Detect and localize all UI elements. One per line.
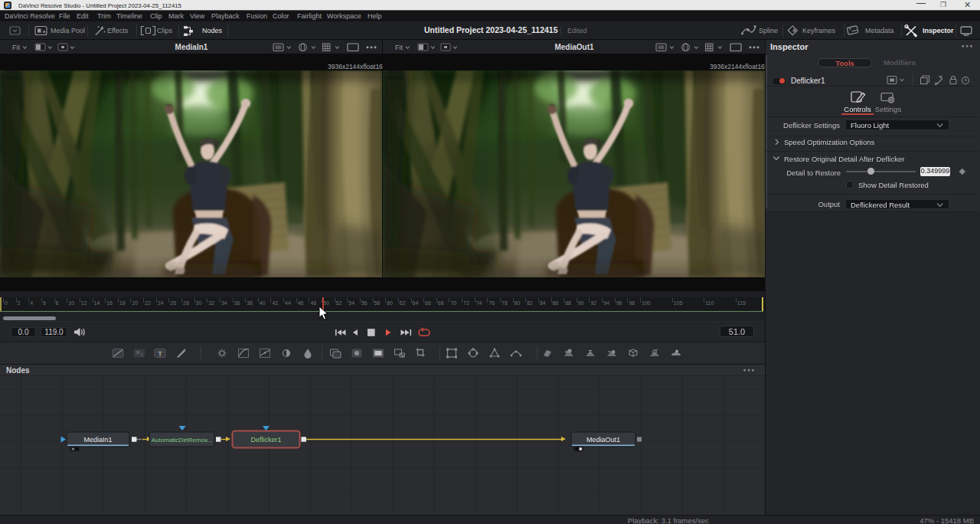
svg-text:Fit: Fit [395, 44, 403, 51]
svg-text:AutomaticDirtRemov...: AutomaticDirtRemov... [152, 437, 212, 444]
svg-text:MediaOut1: MediaOut1 [554, 43, 594, 51]
svg-text:T: T [589, 349, 593, 355]
svg-text:Fit: Fit [12, 44, 20, 51]
svg-text:T: T [158, 350, 162, 358]
svg-text:MediaIn1: MediaIn1 [83, 436, 112, 444]
svg-text:Deflicker1: Deflicker1 [250, 436, 281, 444]
svg-text:MediaOut1: MediaOut1 [586, 436, 620, 444]
svg-text:MediaIn1: MediaIn1 [175, 43, 208, 51]
